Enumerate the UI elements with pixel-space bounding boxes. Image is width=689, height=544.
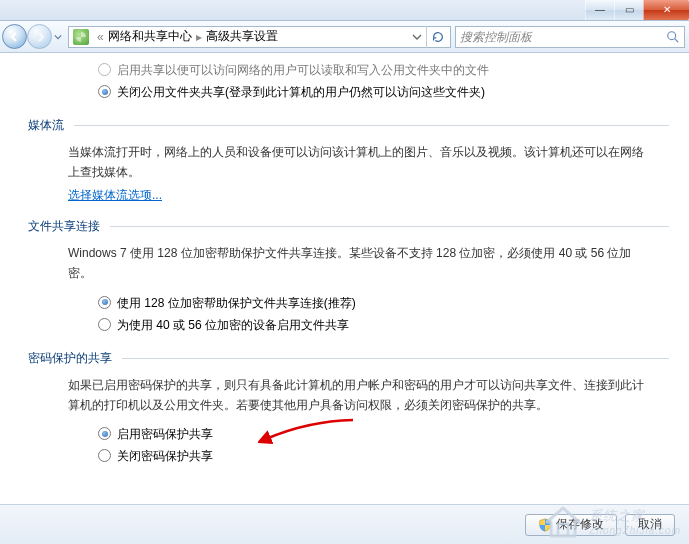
option-label: 为使用 40 或 56 位加密的设备启用文件共享 (117, 316, 349, 334)
cancel-button[interactable]: 取消 (625, 514, 675, 536)
addr-chevron-down-icon[interactable] (412, 32, 422, 42)
radio-icon[interactable] (98, 318, 111, 331)
heading-divider (122, 358, 669, 359)
heading-text: 密码保护的共享 (28, 350, 112, 367)
maximize-icon: ▭ (625, 5, 634, 15)
content-scroll[interactable]: 启用共享以便可以访问网络的用户可以读取和写入公用文件夹中的文件 关闭公用文件夹共… (0, 53, 689, 544)
public-folder-option-disable[interactable]: 关闭公用文件夹共享(登录到此计算机的用户仍然可以访问这些文件夹) (28, 81, 669, 103)
arrow-right-icon (34, 31, 46, 43)
media-body: 当媒体流打开时，网络上的人员和设备便可以访问该计算机上的图片、音乐以及视频。该计… (28, 136, 669, 183)
encryption-body: Windows 7 使用 128 位加密帮助保护文件共享连接。某些设备不支持 1… (28, 237, 669, 284)
encryption-128-option[interactable]: 使用 128 位加密帮助保护文件共享连接(推荐) (28, 292, 669, 314)
refresh-icon (431, 30, 445, 44)
password-body: 如果已启用密码保护的共享，则只有具备此计算机的用户帐户和密码的用户才可以访问共享… (28, 369, 669, 416)
heading-divider (74, 125, 669, 126)
option-label: 启用共享以便可以访问网络的用户可以读取和写入公用文件夹中的文件 (117, 61, 489, 79)
search-icon (666, 30, 680, 44)
search-input[interactable] (460, 30, 666, 44)
navigation-bar: « 网络和共享中心 ▸ 高级共享设置 (0, 21, 689, 53)
radio-icon[interactable] (98, 449, 111, 462)
public-folder-option-enable[interactable]: 启用共享以便可以访问网络的用户可以读取和写入公用文件夹中的文件 (28, 59, 669, 81)
addr-sep-2: ▸ (196, 30, 202, 44)
option-label: 启用密码保护共享 (117, 425, 213, 443)
password-disable-option[interactable]: 关闭密码保护共享 (28, 445, 669, 467)
addr-sep-1: « (97, 30, 104, 44)
bottom-bar: 保存修改 取消 (0, 504, 689, 544)
close-button[interactable]: ✕ (643, 0, 689, 20)
radio-icon[interactable] (98, 296, 111, 309)
minimize-icon: — (595, 5, 605, 15)
heading-text: 文件共享连接 (28, 218, 100, 235)
heading-text: 媒体流 (28, 117, 64, 134)
cancel-button-label: 取消 (638, 516, 662, 533)
option-label: 关闭密码保护共享 (117, 447, 213, 465)
save-button-label: 保存修改 (556, 516, 604, 533)
svg-point-0 (668, 31, 676, 39)
nav-history-button[interactable] (52, 24, 64, 49)
option-label: 使用 128 位加密帮助保护文件共享连接(推荐) (117, 294, 356, 312)
save-button[interactable]: 保存修改 (525, 514, 617, 536)
breadcrumb-2[interactable]: 高级共享设置 (206, 28, 278, 45)
refresh-button[interactable] (426, 26, 448, 48)
radio-icon[interactable] (98, 85, 111, 98)
nav-back-button[interactable] (2, 24, 27, 49)
maximize-button[interactable]: ▭ (614, 0, 643, 20)
breadcrumb-1[interactable]: 网络和共享中心 (108, 28, 192, 45)
radio-icon[interactable] (98, 427, 111, 440)
section-heading-encryption: 文件共享连接 (28, 204, 669, 237)
encryption-40-56-option[interactable]: 为使用 40 或 56 位加密的设备启用文件共享 (28, 314, 669, 336)
minimize-button[interactable]: — (585, 0, 614, 20)
heading-divider (110, 226, 669, 227)
content-inner: 启用共享以便可以访问网络的用户可以读取和写入公用文件夹中的文件 关闭公用文件夹共… (28, 53, 679, 527)
chevron-down-icon (54, 33, 62, 41)
arrow-left-icon (9, 31, 21, 43)
address-bar[interactable]: « 网络和共享中心 ▸ 高级共享设置 (68, 26, 451, 48)
section-heading-password: 密码保护的共享 (28, 336, 669, 369)
radio-icon[interactable] (98, 63, 111, 76)
nav-arrow-group (2, 24, 64, 50)
control-panel-icon (73, 29, 89, 45)
window-titlebar: — ▭ ✕ (0, 0, 689, 21)
option-label: 关闭公用文件夹共享(登录到此计算机的用户仍然可以访问这些文件夹) (117, 83, 485, 101)
close-icon: ✕ (663, 5, 671, 15)
media-options-link[interactable]: 选择媒体流选项... (28, 183, 162, 204)
password-enable-option[interactable]: 启用密码保护共享 (28, 423, 669, 445)
search-box[interactable] (455, 26, 685, 48)
shield-icon (538, 518, 552, 532)
section-heading-media: 媒体流 (28, 103, 669, 136)
nav-forward-button[interactable] (27, 24, 52, 49)
